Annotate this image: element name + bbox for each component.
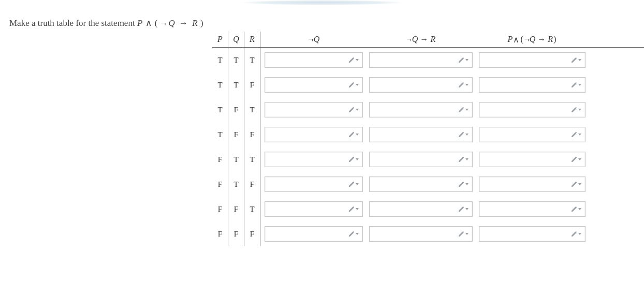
answer-input-notQ[interactable]: [265, 127, 363, 142]
answer-input-full[interactable]: [479, 52, 586, 68]
cell-P: F: [212, 172, 228, 197]
prompt-arrow: →: [177, 18, 190, 28]
pencil-dropdown-icon: [570, 181, 582, 188]
answer-input-notQ[interactable]: [265, 52, 363, 68]
cell-P: T: [212, 97, 228, 122]
header-P: P: [212, 32, 228, 47]
page-top-shadow: [239, 0, 405, 5]
pqr-cells: TTT: [212, 48, 260, 72]
prompt-P: P: [137, 18, 142, 28]
cell-Q: F: [228, 197, 244, 222]
cell-Q: F: [228, 97, 244, 122]
answer-input-full[interactable]: [479, 127, 586, 142]
answer-input-notQ[interactable]: [265, 152, 363, 167]
pencil-dropdown-icon: [570, 205, 582, 213]
answer-input-full[interactable]: [479, 77, 586, 93]
pencil-dropdown-icon: [348, 156, 359, 163]
cell-R: F: [244, 122, 260, 147]
answer-input-notQ-implies-R[interactable]: [369, 102, 473, 117]
answer-input-notQ-implies-R[interactable]: [369, 201, 473, 217]
pencil-dropdown-icon: [570, 156, 582, 163]
cell-R: T: [244, 197, 260, 222]
pencil-dropdown-icon: [458, 81, 469, 89]
prompt-Q: Q: [169, 18, 175, 28]
pencil-dropdown-icon: [570, 81, 582, 89]
cell-P: T: [212, 48, 228, 72]
prompt-and: ∧: [145, 18, 152, 28]
header-notQ-implies-R: ¬Q → R: [369, 32, 473, 47]
cell-P: F: [212, 147, 228, 172]
pencil-dropdown-icon: [458, 230, 469, 238]
cell-R: T: [244, 147, 260, 172]
answer-input-notQ-implies-R[interactable]: [369, 226, 473, 242]
answer-input-notQ[interactable]: [265, 201, 363, 217]
pqr-header-block: P Q R: [212, 32, 260, 47]
pqr-cells: FTF: [212, 172, 260, 197]
prompt-prefix: Make a truth table for the statement: [9, 18, 137, 28]
pencil-dropdown-icon: [348, 205, 359, 213]
answer-input-full[interactable]: [479, 226, 586, 242]
table-row: FFT: [212, 197, 644, 222]
answer-input-notQ-implies-R[interactable]: [369, 52, 473, 68]
pencil-dropdown-icon: [458, 106, 469, 113]
question-prompt: Make a truth table for the statement P ∧…: [0, 9, 644, 31]
pencil-dropdown-icon: [348, 131, 359, 138]
pencil-dropdown-icon: [348, 81, 359, 89]
answer-input-notQ-implies-R[interactable]: [369, 77, 473, 93]
table-row: TFF: [212, 122, 644, 147]
prompt-R: R: [192, 18, 197, 28]
cell-Q: T: [228, 72, 244, 97]
cell-P: F: [212, 197, 228, 222]
pencil-dropdown-icon: [458, 56, 469, 64]
cell-Q: F: [228, 122, 244, 147]
cell-R: T: [244, 97, 260, 122]
pencil-dropdown-icon: [348, 56, 359, 64]
cell-P: T: [212, 72, 228, 97]
pencil-dropdown-icon: [458, 156, 469, 163]
prompt-lpar: (: [154, 18, 158, 28]
header-R: R: [244, 32, 260, 47]
table-row: TFT: [212, 97, 644, 122]
header-full-expression: P ∧ ( ¬ Q → R ): [479, 32, 586, 47]
truth-table: P Q R ¬Q ¬Q → R P ∧ ( ¬ Q → R ) TTT: [212, 32, 644, 246]
pencil-dropdown-icon: [458, 131, 469, 138]
prompt-neg: ¬: [160, 18, 167, 28]
answer-input-full[interactable]: [479, 102, 586, 117]
answer-input-notQ[interactable]: [265, 102, 363, 117]
answer-input-notQ[interactable]: [265, 226, 363, 242]
answer-input-notQ-implies-R[interactable]: [369, 152, 473, 167]
answer-input-notQ[interactable]: [265, 176, 363, 192]
table-row: FTF: [212, 172, 644, 197]
pqr-cells: FFF: [212, 222, 260, 246]
pencil-dropdown-icon: [348, 230, 359, 238]
cell-P: T: [212, 122, 228, 147]
table-row: TTF: [212, 72, 644, 97]
answer-input-notQ[interactable]: [265, 77, 363, 93]
cell-P: F: [212, 222, 228, 246]
answer-input-notQ-implies-R[interactable]: [369, 176, 473, 192]
answer-input-full[interactable]: [479, 176, 586, 192]
pqr-cells: FTT: [212, 147, 260, 172]
answer-input-full[interactable]: [479, 201, 586, 217]
pencil-dropdown-icon: [458, 205, 469, 213]
pencil-dropdown-icon: [570, 56, 582, 64]
header-Q: Q: [228, 32, 244, 47]
pencil-dropdown-icon: [570, 106, 582, 113]
cell-Q: F: [228, 222, 244, 246]
answer-input-full[interactable]: [479, 152, 586, 167]
pencil-dropdown-icon: [348, 181, 359, 188]
pencil-dropdown-icon: [458, 181, 469, 188]
cell-R: F: [244, 72, 260, 97]
pencil-dropdown-icon: [570, 131, 582, 138]
pqr-cells: FFT: [212, 197, 260, 222]
answer-input-notQ-implies-R[interactable]: [369, 127, 473, 142]
cell-R: F: [244, 222, 260, 246]
pqr-cells: TFF: [212, 122, 260, 147]
table-row: FFF: [212, 222, 644, 246]
table-row: FTT: [212, 147, 644, 172]
cell-Q: T: [228, 48, 244, 72]
pqr-cells: TFT: [212, 97, 260, 122]
table-header-row: P Q R ¬Q ¬Q → R P ∧ ( ¬ Q → R ): [212, 32, 644, 48]
cell-Q: T: [228, 172, 244, 197]
header-notQ: ¬Q: [265, 32, 363, 47]
